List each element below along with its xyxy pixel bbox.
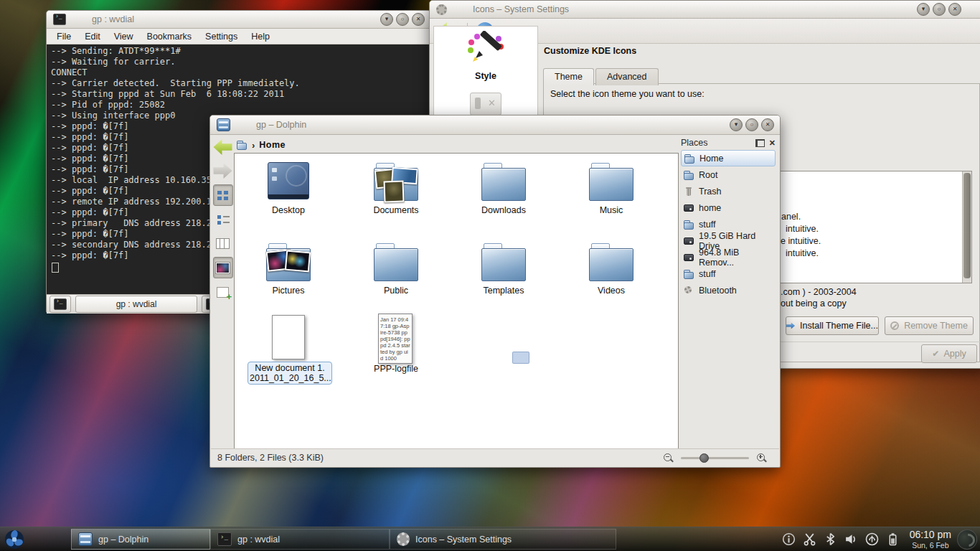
- minimize-button[interactable]: [380, 13, 393, 26]
- places-item[interactable]: 964.8 MiB Remov...: [681, 249, 776, 265]
- preview-toggle-button[interactable]: [213, 257, 233, 278]
- info-icon[interactable]: [782, 532, 796, 546]
- tab-theme[interactable]: Theme: [543, 68, 594, 85]
- ppp-logfile-label[interactable]: PPP-logfile: [360, 364, 432, 374]
- maximize-button[interactable]: [933, 3, 946, 16]
- folder-item[interactable]: Templates: [450, 241, 557, 321]
- zoom-in-icon[interactable]: [756, 453, 767, 463]
- folder-item[interactable]: Documents: [342, 161, 450, 241]
- zoom-slider[interactable]: [681, 453, 749, 463]
- places-item[interactable]: home: [681, 199, 776, 216]
- places-item[interactable]: Root: [681, 166, 776, 183]
- minimize-button[interactable]: [917, 3, 930, 16]
- scrollbar[interactable]: [962, 171, 971, 283]
- zoom-controls: [663, 453, 767, 463]
- columns-view-button[interactable]: [214, 233, 232, 253]
- place-label: Root: [699, 170, 717, 180]
- place-label: home: [699, 203, 721, 213]
- menu-item[interactable]: Settings: [205, 32, 237, 42]
- new-tab-button[interactable]: [50, 296, 71, 313]
- new-document-file[interactable]: [272, 315, 305, 359]
- close-button[interactable]: [412, 13, 425, 26]
- check-icon: ✔: [932, 349, 939, 359]
- folder-item[interactable]: Desktop: [235, 161, 342, 241]
- terminal-tab-label: gp : wvdial: [116, 299, 157, 309]
- remove-theme-button[interactable]: Remove Theme: [885, 316, 974, 335]
- folder-icon: [265, 161, 312, 202]
- minimize-button[interactable]: [730, 118, 743, 131]
- settings-titlebar[interactable]: Icons – System Settings: [430, 1, 980, 19]
- forward-button[interactable]: [214, 161, 232, 181]
- place-label: stuff: [699, 269, 715, 279]
- apply-button[interactable]: ✔ Apply: [921, 344, 977, 363]
- kde-launcher-icon[interactable]: [4, 529, 25, 550]
- plasma-cashew-icon[interactable]: [957, 529, 977, 550]
- details-view-button[interactable]: [214, 209, 232, 230]
- clock[interactable]: 06:10 pm Sun, 6 Feb: [904, 529, 957, 549]
- breadcrumb-separator-icon: [252, 138, 255, 151]
- clock-date: Sun, 6 Feb: [912, 541, 948, 550]
- close-button[interactable]: [948, 3, 961, 16]
- close-panel-icon[interactable]: ✕: [769, 139, 776, 146]
- status-text: 8 Folders, 2 Files (3.3 KiB): [217, 453, 324, 463]
- new-document-label[interactable]: New document 1. 2011_01_20_16_5...: [248, 362, 332, 385]
- place-label: Trash: [699, 187, 722, 197]
- split-view-button[interactable]: [214, 282, 232, 302]
- taskbar-task[interactable]: gp – Dolphin: [71, 529, 210, 550]
- dolphin-titlebar[interactable]: gp – Dolphin: [210, 116, 780, 135]
- hardware-icon[interactable]: [470, 93, 501, 116]
- ppp-logfile-file[interactable]: Jan 17 09:47:18 gp-Aspire-5738 pppd[1946…: [378, 314, 413, 364]
- terminal-titlebar[interactable]: gp : wvdial: [47, 11, 430, 29]
- folder-item[interactable]: Videos: [557, 241, 665, 321]
- klipper-scissors-icon[interactable]: [803, 532, 816, 546]
- places-header-label: Places: [681, 138, 708, 148]
- place-label: Bluetooth: [699, 286, 737, 296]
- task-list: gp – Dolphin gp : wvdial Icons – System …: [71, 529, 616, 550]
- terminal-menubar: FileEditViewBookmarksSettingsHelp: [47, 29, 430, 44]
- icons-view-button[interactable]: [213, 184, 233, 206]
- close-button[interactable]: [761, 118, 774, 131]
- detach-panel-icon[interactable]: [755, 139, 765, 147]
- place-icon: [683, 285, 694, 296]
- battery-icon[interactable]: [886, 532, 900, 546]
- folder-item[interactable]: Downloads: [450, 161, 557, 241]
- menu-item[interactable]: Help: [251, 32, 270, 42]
- folder-icon: [372, 241, 420, 283]
- maximize-button[interactable]: [396, 13, 409, 26]
- menu-item[interactable]: View: [114, 32, 133, 42]
- zoom-out-icon[interactable]: [663, 453, 674, 463]
- places-item[interactable]: Bluetooth: [681, 282, 776, 298]
- dolphin-side-toolbar: [212, 137, 233, 302]
- usb-device-icon[interactable]: [865, 532, 879, 546]
- menu-item[interactable]: Bookmarks: [147, 32, 192, 42]
- install-theme-button[interactable]: Install Theme File...: [786, 316, 879, 335]
- places-item[interactable]: Trash: [681, 183, 776, 199]
- maximize-button[interactable]: [745, 118, 758, 131]
- menu-item[interactable]: File: [57, 32, 71, 42]
- terminal-tab[interactable]: gp : wvdial: [75, 296, 197, 313]
- places-list: Home Root Trash home: [681, 150, 776, 298]
- place-icon: [683, 268, 694, 280]
- folder-item[interactable]: Public: [342, 241, 450, 321]
- place-label: stuff: [699, 220, 715, 230]
- folder-item[interactable]: Pictures: [235, 241, 342, 321]
- theme-credit-text: .com ) - 2003-2004 out being a copy: [781, 286, 857, 309]
- volume-icon[interactable]: [844, 532, 858, 546]
- tab-advanced[interactable]: Advanced: [595, 68, 659, 85]
- taskbar-task[interactable]: gp : wvdial: [210, 529, 390, 550]
- places-header[interactable]: Places ✕: [681, 136, 776, 150]
- home-icon[interactable]: [236, 139, 248, 151]
- style-icon[interactable]: [466, 31, 506, 67]
- breadcrumb-home[interactable]: Home: [259, 140, 286, 150]
- menu-item[interactable]: Edit: [85, 32, 100, 42]
- theme-description-fragment: e intuitive.: [781, 236, 821, 246]
- folder-item[interactable]: Music: [557, 161, 665, 241]
- bluetooth-icon[interactable]: [824, 532, 837, 546]
- places-item[interactable]: stuff: [681, 265, 776, 282]
- zoom-slider-handle[interactable]: [699, 453, 709, 463]
- places-item[interactable]: Home: [681, 150, 776, 166]
- dolphin-file-view[interactable]: Desktop Documents Downloads: [234, 153, 679, 450]
- taskbar-task[interactable]: Icons – System Settings: [390, 529, 616, 550]
- back-button[interactable]: [214, 137, 232, 157]
- place-icon: [683, 252, 694, 263]
